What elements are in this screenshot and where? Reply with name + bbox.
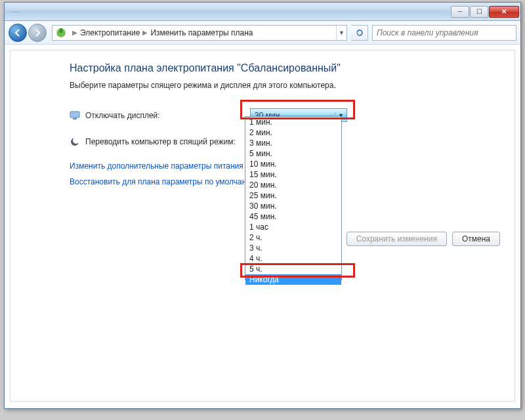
chevron-right-icon: ▶: [140, 29, 150, 36]
title-bar: — ─ ☐ ✕: [5, 3, 520, 21]
dropdown-option[interactable]: 3 мин.: [245, 138, 341, 148]
window-frame: — ─ ☐ ✕ ▶ Электропитание ▶ Изменить пара…: [4, 2, 521, 409]
save-button[interactable]: Сохранить изменения: [346, 232, 447, 246]
maximize-button[interactable]: ☐: [470, 6, 488, 18]
nav-back-button[interactable]: [9, 24, 27, 42]
refresh-icon: [355, 28, 364, 37]
nav-row: ▶ Электропитание ▶ Изменить параметры пл…: [5, 21, 520, 45]
dropdown-option[interactable]: 30 мин.: [245, 201, 341, 211]
dropdown-option[interactable]: 4 ч.: [245, 253, 341, 264]
svg-rect-3: [73, 118, 77, 119]
dropdown-option[interactable]: 45 мин.: [245, 211, 341, 222]
dropdown-option[interactable]: 15 мин.: [245, 169, 341, 180]
cancel-button[interactable]: Отмена: [452, 232, 500, 246]
arrow-right-icon: [33, 29, 41, 37]
dropdown-option[interactable]: 1 мин.: [245, 117, 341, 127]
dropdown-option[interactable]: 3 ч.: [245, 243, 341, 253]
button-row: Сохранить изменения Отмена: [346, 232, 500, 246]
svg-point-5: [73, 137, 79, 144]
breadcrumb-item[interactable]: Электропитание: [80, 28, 140, 37]
dropdown-option[interactable]: 5 ч.: [245, 264, 341, 274]
save-button-label: Сохранить изменения: [356, 234, 437, 243]
dropdown-option[interactable]: 2 мин.: [245, 127, 341, 138]
address-dropdown-arrow[interactable]: ▼: [336, 26, 346, 40]
nav-forward-button[interactable]: [28, 24, 47, 42]
dropdown-option[interactable]: 10 мин.: [245, 159, 341, 169]
page-subtitle: Выберите параметры спящего режима и дисп…: [70, 81, 496, 90]
dropdown-option[interactable]: 25 мин.: [245, 190, 341, 201]
page-title: Настройка плана электропитания "Сбаланси…: [70, 62, 496, 74]
refresh-button[interactable]: [351, 25, 368, 41]
dropdown-option[interactable]: Никогда: [245, 274, 341, 285]
svg-rect-2: [70, 112, 79, 117]
dropdown-option[interactable]: 20 мин.: [245, 180, 341, 190]
moon-icon: [70, 136, 80, 147]
arrow-left-icon: [14, 29, 22, 37]
chevron-right-icon: ▶: [70, 29, 80, 36]
monitor-icon: [70, 110, 80, 121]
dropdown-option[interactable]: 1 час: [245, 222, 341, 232]
sleep-label: Переводить компьютер в спящий режим:: [85, 137, 236, 146]
dropdown-option[interactable]: 2 ч.: [245, 232, 341, 243]
cancel-button-label: Отмена: [462, 234, 490, 243]
minimize-button[interactable]: ─: [451, 6, 469, 18]
address-bar[interactable]: ▶ Электропитание ▶ Изменить параметры пл…: [52, 25, 347, 41]
breadcrumb-item[interactable]: Изменить параметры плана: [150, 28, 253, 37]
dropdown-option[interactable]: 5 мин.: [245, 148, 341, 159]
search-input[interactable]: [372, 25, 516, 41]
turn-off-display-label: Отключать дисплей:: [85, 111, 160, 120]
svg-rect-1: [60, 28, 63, 33]
power-plan-icon: [55, 27, 67, 39]
titlebar-blurred-text: —: [11, 7, 19, 16]
close-button[interactable]: ✕: [489, 6, 519, 18]
dropdown-list[interactable]: 1 мин.2 мин.3 мин.5 мин.10 мин.15 мин.20…: [245, 116, 342, 280]
